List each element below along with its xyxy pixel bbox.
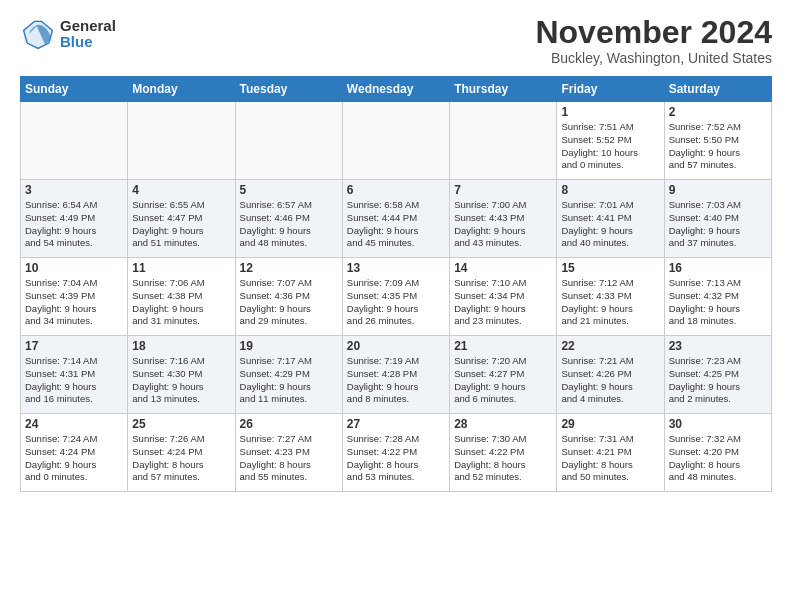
day-number: 5 <box>240 183 338 197</box>
day-info: Sunrise: 7:12 AMSunset: 4:33 PMDaylight:… <box>561 277 659 328</box>
day-info: Sunrise: 7:30 AMSunset: 4:22 PMDaylight:… <box>454 433 552 484</box>
page: General Blue November 2024 Buckley, Wash… <box>0 0 792 612</box>
col-thursday: Thursday <box>450 77 557 102</box>
day-number: 18 <box>132 339 230 353</box>
day-info: Sunrise: 7:31 AMSunset: 4:21 PMDaylight:… <box>561 433 659 484</box>
calendar-cell: 30Sunrise: 7:32 AMSunset: 4:20 PMDayligh… <box>664 414 771 492</box>
calendar-cell: 29Sunrise: 7:31 AMSunset: 4:21 PMDayligh… <box>557 414 664 492</box>
calendar-cell: 10Sunrise: 7:04 AMSunset: 4:39 PMDayligh… <box>21 258 128 336</box>
calendar-cell: 9Sunrise: 7:03 AMSunset: 4:40 PMDaylight… <box>664 180 771 258</box>
calendar-cell: 17Sunrise: 7:14 AMSunset: 4:31 PMDayligh… <box>21 336 128 414</box>
day-number: 14 <box>454 261 552 275</box>
logo-general: General <box>60 18 116 35</box>
day-number: 10 <box>25 261 123 275</box>
calendar-cell: 22Sunrise: 7:21 AMSunset: 4:26 PMDayligh… <box>557 336 664 414</box>
day-number: 1 <box>561 105 659 119</box>
calendar-cell: 4Sunrise: 6:55 AMSunset: 4:47 PMDaylight… <box>128 180 235 258</box>
day-number: 25 <box>132 417 230 431</box>
calendar-cell: 21Sunrise: 7:20 AMSunset: 4:27 PMDayligh… <box>450 336 557 414</box>
day-number: 4 <box>132 183 230 197</box>
day-info: Sunrise: 7:07 AMSunset: 4:36 PMDaylight:… <box>240 277 338 328</box>
calendar-cell: 20Sunrise: 7:19 AMSunset: 4:28 PMDayligh… <box>342 336 449 414</box>
day-number: 19 <box>240 339 338 353</box>
day-number: 8 <box>561 183 659 197</box>
day-info: Sunrise: 7:51 AMSunset: 5:52 PMDaylight:… <box>561 121 659 172</box>
calendar-week-2: 10Sunrise: 7:04 AMSunset: 4:39 PMDayligh… <box>21 258 772 336</box>
day-number: 17 <box>25 339 123 353</box>
day-number: 12 <box>240 261 338 275</box>
calendar-cell: 5Sunrise: 6:57 AMSunset: 4:46 PMDaylight… <box>235 180 342 258</box>
calendar-cell <box>450 102 557 180</box>
col-wednesday: Wednesday <box>342 77 449 102</box>
day-info: Sunrise: 7:16 AMSunset: 4:30 PMDaylight:… <box>132 355 230 406</box>
day-number: 29 <box>561 417 659 431</box>
day-info: Sunrise: 6:57 AMSunset: 4:46 PMDaylight:… <box>240 199 338 250</box>
day-info: Sunrise: 7:01 AMSunset: 4:41 PMDaylight:… <box>561 199 659 250</box>
calendar-cell: 27Sunrise: 7:28 AMSunset: 4:22 PMDayligh… <box>342 414 449 492</box>
day-number: 24 <box>25 417 123 431</box>
calendar-cell: 14Sunrise: 7:10 AMSunset: 4:34 PMDayligh… <box>450 258 557 336</box>
calendar-cell: 13Sunrise: 7:09 AMSunset: 4:35 PMDayligh… <box>342 258 449 336</box>
col-sunday: Sunday <box>21 77 128 102</box>
calendar-cell: 26Sunrise: 7:27 AMSunset: 4:23 PMDayligh… <box>235 414 342 492</box>
logo-text: General Blue <box>60 18 116 51</box>
day-info: Sunrise: 7:26 AMSunset: 4:24 PMDaylight:… <box>132 433 230 484</box>
calendar-cell: 12Sunrise: 7:07 AMSunset: 4:36 PMDayligh… <box>235 258 342 336</box>
calendar-cell: 28Sunrise: 7:30 AMSunset: 4:22 PMDayligh… <box>450 414 557 492</box>
day-info: Sunrise: 7:19 AMSunset: 4:28 PMDaylight:… <box>347 355 445 406</box>
day-number: 7 <box>454 183 552 197</box>
logo-blue: Blue <box>60 34 116 51</box>
day-info: Sunrise: 7:27 AMSunset: 4:23 PMDaylight:… <box>240 433 338 484</box>
day-info: Sunrise: 7:24 AMSunset: 4:24 PMDaylight:… <box>25 433 123 484</box>
day-info: Sunrise: 7:23 AMSunset: 4:25 PMDaylight:… <box>669 355 767 406</box>
calendar-cell: 11Sunrise: 7:06 AMSunset: 4:38 PMDayligh… <box>128 258 235 336</box>
day-number: 16 <box>669 261 767 275</box>
logo-icon <box>20 16 56 52</box>
day-number: 23 <box>669 339 767 353</box>
day-number: 15 <box>561 261 659 275</box>
calendar-cell <box>21 102 128 180</box>
calendar-cell: 15Sunrise: 7:12 AMSunset: 4:33 PMDayligh… <box>557 258 664 336</box>
day-info: Sunrise: 7:20 AMSunset: 4:27 PMDaylight:… <box>454 355 552 406</box>
day-info: Sunrise: 7:00 AMSunset: 4:43 PMDaylight:… <box>454 199 552 250</box>
day-number: 3 <box>25 183 123 197</box>
col-monday: Monday <box>128 77 235 102</box>
calendar-cell: 3Sunrise: 6:54 AMSunset: 4:49 PMDaylight… <box>21 180 128 258</box>
day-info: Sunrise: 7:13 AMSunset: 4:32 PMDaylight:… <box>669 277 767 328</box>
day-info: Sunrise: 7:10 AMSunset: 4:34 PMDaylight:… <box>454 277 552 328</box>
calendar-cell: 1Sunrise: 7:51 AMSunset: 5:52 PMDaylight… <box>557 102 664 180</box>
day-info: Sunrise: 7:14 AMSunset: 4:31 PMDaylight:… <box>25 355 123 406</box>
calendar-cell: 8Sunrise: 7:01 AMSunset: 4:41 PMDaylight… <box>557 180 664 258</box>
day-number: 22 <box>561 339 659 353</box>
day-number: 30 <box>669 417 767 431</box>
day-number: 21 <box>454 339 552 353</box>
day-info: Sunrise: 7:06 AMSunset: 4:38 PMDaylight:… <box>132 277 230 328</box>
day-info: Sunrise: 6:54 AMSunset: 4:49 PMDaylight:… <box>25 199 123 250</box>
calendar-header: Sunday Monday Tuesday Wednesday Thursday… <box>21 77 772 102</box>
col-tuesday: Tuesday <box>235 77 342 102</box>
logo: General Blue <box>20 16 116 52</box>
col-friday: Friday <box>557 77 664 102</box>
calendar-week-3: 17Sunrise: 7:14 AMSunset: 4:31 PMDayligh… <box>21 336 772 414</box>
day-info: Sunrise: 7:52 AMSunset: 5:50 PMDaylight:… <box>669 121 767 172</box>
day-info: Sunrise: 6:58 AMSunset: 4:44 PMDaylight:… <box>347 199 445 250</box>
header: General Blue November 2024 Buckley, Wash… <box>20 16 772 66</box>
title-block: November 2024 Buckley, Washington, Unite… <box>535 16 772 66</box>
calendar-cell: 16Sunrise: 7:13 AMSunset: 4:32 PMDayligh… <box>664 258 771 336</box>
day-info: Sunrise: 7:28 AMSunset: 4:22 PMDaylight:… <box>347 433 445 484</box>
location: Buckley, Washington, United States <box>535 50 772 66</box>
calendar-cell: 6Sunrise: 6:58 AMSunset: 4:44 PMDaylight… <box>342 180 449 258</box>
day-info: Sunrise: 7:03 AMSunset: 4:40 PMDaylight:… <box>669 199 767 250</box>
calendar-cell: 23Sunrise: 7:23 AMSunset: 4:25 PMDayligh… <box>664 336 771 414</box>
day-number: 9 <box>669 183 767 197</box>
calendar-cell <box>342 102 449 180</box>
calendar-cell <box>235 102 342 180</box>
day-number: 26 <box>240 417 338 431</box>
calendar-cell <box>128 102 235 180</box>
day-info: Sunrise: 7:09 AMSunset: 4:35 PMDaylight:… <box>347 277 445 328</box>
day-number: 28 <box>454 417 552 431</box>
day-info: Sunrise: 7:04 AMSunset: 4:39 PMDaylight:… <box>25 277 123 328</box>
calendar-cell: 2Sunrise: 7:52 AMSunset: 5:50 PMDaylight… <box>664 102 771 180</box>
day-info: Sunrise: 6:55 AMSunset: 4:47 PMDaylight:… <box>132 199 230 250</box>
calendar-cell: 24Sunrise: 7:24 AMSunset: 4:24 PMDayligh… <box>21 414 128 492</box>
